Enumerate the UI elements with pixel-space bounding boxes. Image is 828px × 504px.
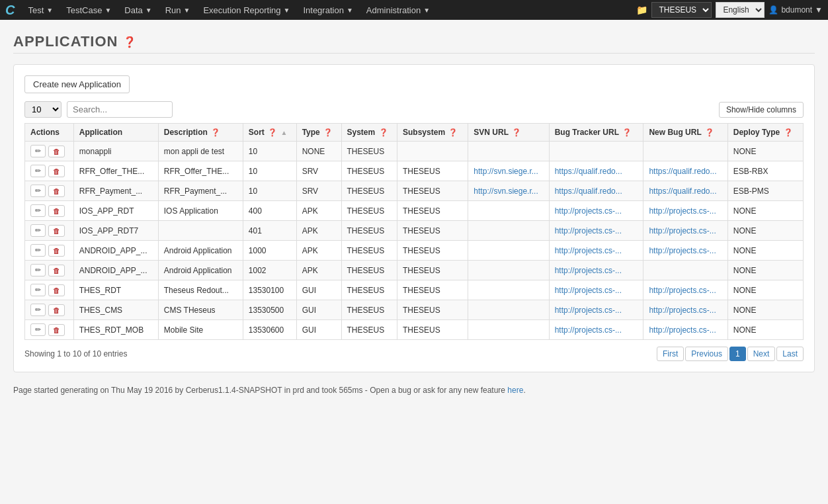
edit-button[interactable]: ✏ <box>30 204 46 217</box>
delete-button[interactable]: 🗑 <box>48 225 65 237</box>
description-cell: RFR_Payment_... <box>158 181 243 201</box>
brand-logo[interactable]: C <box>5 3 15 18</box>
bug-tracker-url-link[interactable]: http://projects.cs-... <box>555 306 622 315</box>
new-bug-url-link[interactable]: http://projects.cs-... <box>649 306 716 315</box>
bug-tracker-url-cell: http://projects.cs-... <box>549 221 643 241</box>
nav-data[interactable]: Data ▼ <box>118 0 158 20</box>
show-hide-columns-button[interactable]: Show/Hide columns <box>719 102 804 118</box>
footer-link[interactable]: here <box>507 386 523 395</box>
bug-tracker-url-link[interactable]: http://projects.cs-... <box>555 226 622 235</box>
col-application: Application <box>73 124 158 142</box>
sort-cell: 1000 <box>243 241 296 261</box>
sort-asc-icon: ▲ <box>281 129 288 136</box>
delete-button[interactable]: 🗑 <box>48 324 65 336</box>
col-svn-url: SVN URL ❓ <box>468 124 549 142</box>
delete-button[interactable]: 🗑 <box>48 185 65 197</box>
sort-cell: 401 <box>243 221 296 241</box>
delete-button[interactable]: 🗑 <box>48 245 65 257</box>
nav-run-caret: ▼ <box>184 7 190 14</box>
sort-cell: 10 <box>243 161 296 181</box>
delete-button[interactable]: 🗑 <box>48 304 65 316</box>
deploy-type-cell: NONE <box>727 300 803 320</box>
bug-tracker-url-cell: http://projects.cs-... <box>549 320 643 340</box>
nav-test[interactable]: Test ▼ <box>21 0 60 20</box>
new-bug-url-link[interactable]: https://qualif.redo... <box>649 167 716 176</box>
actions-cell: ✏ 🗑 <box>25 221 74 241</box>
delete-button[interactable]: 🗑 <box>48 265 65 276</box>
previous-page-button[interactable]: Previous <box>685 347 728 361</box>
svn-url-cell: http://svn.siege.r... <box>468 161 549 181</box>
application-cell: IOS_APP_RDT7 <box>73 221 158 241</box>
edit-button[interactable]: ✏ <box>30 304 46 316</box>
bug-tracker-url-link[interactable]: http://projects.cs-... <box>555 246 622 255</box>
nav-administration[interactable]: Administration ▼ <box>360 0 436 20</box>
nav-execution-reporting[interactable]: Execution Reporting ▼ <box>196 0 296 20</box>
project-select[interactable]: THESEUS <box>651 2 712 18</box>
edit-button[interactable]: ✏ <box>30 284 46 296</box>
subsystem-cell: THESEUS <box>397 320 468 340</box>
user-dropdown[interactable]: 👤 bdumont ▼ <box>768 5 823 15</box>
language-select[interactable]: English <box>716 2 765 18</box>
delete-button[interactable]: 🗑 <box>48 205 65 217</box>
svn-url-cell <box>468 241 549 261</box>
sort-cell: 13530500 <box>243 300 296 320</box>
bug-tracker-url-link[interactable]: http://projects.cs-... <box>555 325 622 335</box>
svn-url-cell <box>468 201 549 221</box>
nav-testcase[interactable]: TestCase ▼ <box>60 0 118 20</box>
new-bug-url-link[interactable]: http://projects.cs-... <box>649 325 716 335</box>
bug-tracker-url-link[interactable]: http://projects.cs-... <box>555 266 622 275</box>
search-input[interactable] <box>67 101 173 118</box>
table-row: ✏ 🗑 THES_RDT Theseus Redout... 13530100 … <box>25 280 804 300</box>
application-cell: THES_RDT <box>73 280 158 300</box>
subsystem-cell <box>397 142 468 161</box>
application-cell: RFR_Offer_THE... <box>73 161 158 181</box>
new-bug-url-link[interactable]: http://projects.cs-... <box>649 286 716 295</box>
edit-button[interactable]: ✏ <box>30 264 46 276</box>
edit-button[interactable]: ✏ <box>30 244 46 257</box>
edit-button[interactable]: ✏ <box>30 185 46 197</box>
edit-button[interactable]: ✏ <box>30 145 46 157</box>
bug-tracker-url-link[interactable]: http://projects.cs-... <box>555 286 622 295</box>
col-sort[interactable]: Sort ❓ ▲ <box>243 124 296 142</box>
new-bug-url-link[interactable]: http://projects.cs-... <box>649 246 716 255</box>
new-bug-url-cell: http://projects.cs-... <box>643 201 727 221</box>
next-page-button[interactable]: Next <box>747 347 776 361</box>
create-application-button[interactable]: Create new Application <box>24 75 130 93</box>
bug-tracker-url-link[interactable]: http://projects.cs-... <box>555 206 622 216</box>
edit-button[interactable]: ✏ <box>30 323 46 336</box>
nav-integration[interactable]: Integration ▼ <box>296 0 359 20</box>
svn-url-link[interactable]: http://svn.siege.r... <box>474 187 538 196</box>
edit-button[interactable]: ✏ <box>30 224 46 237</box>
page-help-icon[interactable]: ❓ <box>123 36 137 48</box>
description-cell: IOS Application <box>158 201 243 221</box>
page-title: APPLICATION ❓ <box>13 33 815 50</box>
col-type: Type ❓ <box>296 124 341 142</box>
bug-tracker-url-link[interactable]: https://qualif.redo... <box>555 167 622 176</box>
svn-url-link[interactable]: http://svn.siege.r... <box>474 167 538 176</box>
nav-run[interactable]: Run ▼ <box>159 0 197 20</box>
current-page-button[interactable]: 1 <box>729 347 746 361</box>
table-row: ✏ 🗑 RFR_Payment_... RFR_Payment_... 10 S… <box>25 181 804 201</box>
bug-tracker-url-link[interactable]: https://qualif.redo... <box>555 187 622 196</box>
subsystem-help-icon: ❓ <box>448 128 458 136</box>
type-cell: APK <box>296 261 341 280</box>
new-bug-url-link[interactable]: http://projects.cs-... <box>649 206 716 216</box>
deploy-type-cell: NONE <box>727 280 803 300</box>
first-page-button[interactable]: First <box>657 347 684 361</box>
delete-button[interactable]: 🗑 <box>48 165 65 177</box>
edit-button[interactable]: ✏ <box>30 165 46 177</box>
sort-cell: 10 <box>243 142 296 161</box>
deploy-type-cell: ESB-PMS <box>727 181 803 201</box>
deploy-type-cell: NONE <box>727 142 803 161</box>
delete-button[interactable]: 🗑 <box>48 284 65 296</box>
nav-data-caret: ▼ <box>145 7 152 14</box>
col-system: System ❓ <box>341 124 397 142</box>
new-bug-url-link[interactable]: https://qualif.redo... <box>649 187 716 196</box>
actions-cell: ✏ 🗑 <box>25 161 74 181</box>
last-page-button[interactable]: Last <box>776 347 804 361</box>
deploy-type-cell: ESB-RBX <box>727 161 803 181</box>
delete-button[interactable]: 🗑 <box>48 146 65 157</box>
svn-url-cell: http://svn.siege.r... <box>468 181 549 201</box>
new-bug-url-link[interactable]: http://projects.cs-... <box>649 226 716 235</box>
entries-per-page-select[interactable]: 102550100 <box>24 101 62 118</box>
